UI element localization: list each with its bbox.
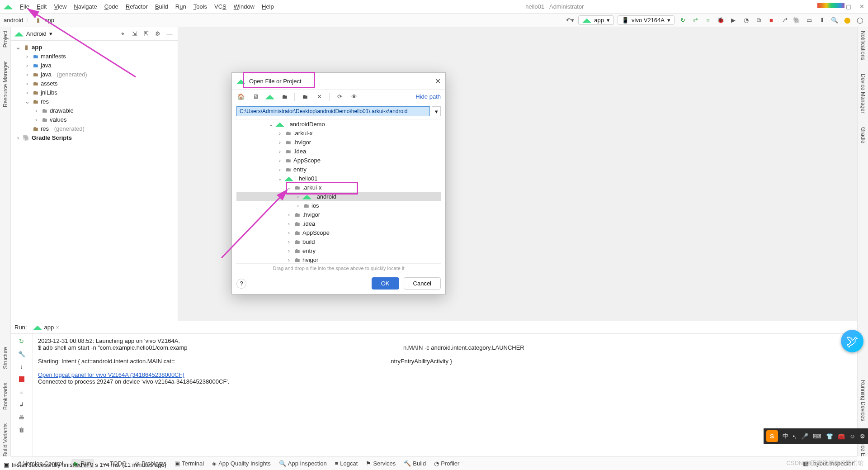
right-tab-notifications[interactable]: Notifications [860,31,866,60]
ime-lang-indicator[interactable]: 中 [783,432,788,440]
left-tab-project[interactable]: Project [2,31,9,47]
expand-all-icon[interactable]: ⇲ [130,29,139,38]
dialog-file-tree[interactable]: ⌄◢◣ androidDemo ›🖿.arkui-x ›🖿.hvigor ›🖿.… [236,119,441,264]
menu-window[interactable]: Window [230,0,258,13]
trash-icon[interactable]: 🗑 [17,425,26,434]
tab-app-quality[interactable]: ◈App Quality Insights [212,460,271,467]
ime-skin-icon[interactable]: 👕 [826,433,833,440]
menu-help[interactable]: Help [258,0,278,13]
chevron-down-icon[interactable]: ▾ [49,30,52,37]
show-hidden-icon[interactable]: 👁 [349,92,359,101]
refresh-icon[interactable]: ⟳ [335,92,344,101]
open-logcat-link[interactable]: Open logcat panel for vivo V2164A (34186… [38,371,184,378]
project-view-selector[interactable]: Android [26,30,47,37]
tree-node-res[interactable]: res [41,98,49,105]
run-down-icon[interactable]: ↓ [17,362,26,371]
avd-manager-icon[interactable]: ▭ [805,16,814,25]
ide-updates-icon[interactable]: ⬤ [843,16,852,25]
profile-icon[interactable]: ◔ [741,16,750,25]
tab-logcat[interactable]: ≡Logcat [335,460,358,467]
breadcrumb[interactable]: android 〉 ▮ app [4,16,54,24]
ime-face-icon[interactable]: ☺ [849,433,855,440]
menu-build[interactable]: Build [151,0,172,13]
rerun-icon[interactable]: ↻ [17,337,26,346]
left-tab-structure[interactable]: Structure [2,347,9,369]
left-tab-bookmarks[interactable]: Bookmarks [2,383,9,410]
maximize-icon[interactable]: ▢ [846,3,851,10]
cancel-button[interactable]: Cancel [404,277,441,290]
select-opened-file-icon[interactable]: ⌖ [118,29,127,38]
right-tab-gradle[interactable]: Gradle [860,127,866,143]
ime-mic-icon[interactable]: 🎤 [801,433,808,440]
dialog-close-icon[interactable]: ✕ [435,77,441,85]
run-output[interactable]: 2023-12-31 00:08:52: Launching app on 'v… [33,334,857,456]
tab-profiler[interactable]: ◔Profiler [434,460,459,467]
back-arrow-icon[interactable]: ↶▾ [566,16,575,25]
run-tab-app[interactable]: ◢◣ app × [30,324,61,331]
help-icon[interactable]: ? [236,279,246,289]
ime-keyboard-icon[interactable]: ⌨ [813,433,821,440]
path-input[interactable] [236,106,430,116]
menu-tools[interactable]: Tools [190,0,211,13]
menu-run[interactable]: Run [172,0,190,13]
tree-node-jnilibs[interactable]: jniLibs [41,89,57,96]
tree-node-assets[interactable]: assets [41,80,58,87]
tree-node-app[interactable]: app [32,44,42,51]
menu-edit[interactable]: Edit [33,0,50,13]
sync-gradle-icon[interactable]: 🐘 [792,16,801,25]
collapse-all-icon[interactable]: ⇱ [142,29,151,38]
hide-pane-icon[interactable]: — [165,29,174,38]
sogou-ime-icon[interactable]: S [766,430,778,442]
ime-settings-icon[interactable]: ⚙ [860,433,865,440]
desktop-icon[interactable]: 🖥 [251,92,260,101]
tab-services[interactable]: ⚑Services [366,460,396,467]
module-path-icon[interactable]: 🖿 [280,92,289,101]
tab-terminal[interactable]: ▣Terminal [175,460,204,467]
close-tab-icon[interactable]: × [56,324,59,331]
search-everywhere-icon[interactable]: 🔍 [830,16,839,25]
device-selector[interactable]: 📱 vivo V2164A ▾ [618,15,675,25]
print-icon[interactable]: 🖶 [17,413,26,422]
bird-assistant-icon[interactable]: 🕊 [841,330,863,352]
apply-changes-icon[interactable]: ⇄ [691,16,700,25]
menu-code[interactable]: Code [101,0,122,13]
hide-path-link[interactable]: Hide path [415,93,441,100]
delete-icon[interactable]: ✕ [315,92,324,101]
menu-navigate[interactable]: Navigate [70,0,100,13]
tree-node-values[interactable]: values [50,116,67,123]
close-icon[interactable]: ✕ [859,3,864,10]
tree-node-res-gen[interactable]: res [41,125,49,132]
left-tab-resource-manager[interactable]: Resource Manager [2,61,9,107]
debug-icon[interactable]: 🐞 [716,16,725,25]
attach-debugger-icon[interactable]: ⧉ [754,16,763,25]
ime-toolbox-icon[interactable]: 🧰 [838,433,845,440]
layout-icon[interactable]: ≡ [17,387,26,396]
ok-button[interactable]: OK [372,277,399,290]
pane-settings-icon[interactable]: ⚙ [153,29,162,38]
new-folder-icon[interactable]: 🖿 [300,92,309,101]
account-icon[interactable]: ◯ [855,16,864,25]
coverage-icon[interactable]: ▶ [729,16,738,25]
tree-node-drawable[interactable]: drawable [50,107,74,114]
run-icon[interactable]: ↻ [678,16,687,25]
menu-vcs[interactable]: VCS [211,0,230,13]
run-settings-icon[interactable]: 🔧 [17,349,26,358]
ime-punct-icon[interactable]: •, [793,433,797,440]
right-tab-device-manager[interactable]: Device Manager [860,74,866,113]
tree-node-gradle-scripts[interactable]: Gradle Scripts [32,134,72,141]
path-dropdown-icon[interactable]: ▾ [432,106,441,116]
right-tab-running-devices[interactable]: Running Devices [860,380,866,421]
stop-icon[interactable] [17,375,26,384]
menu-file[interactable]: File [16,0,33,13]
tree-node-manifests[interactable]: manifests [41,53,66,60]
git-branch-icon[interactable]: ⎇ [779,16,788,25]
project-icon[interactable]: ◢◣ [265,92,274,101]
tree-node-java[interactable]: java [41,62,52,69]
stop-icon[interactable]: ■ [767,16,776,25]
tab-app-inspection[interactable]: 🔍App Inspection [279,460,327,467]
left-tab-build-variants[interactable]: Build Variants [2,423,9,456]
tree-node-java-gen[interactable]: java [41,71,52,78]
apply-code-icon[interactable]: ≡ [703,16,712,25]
menu-refactor[interactable]: Refactor [122,0,151,13]
home-icon[interactable]: 🏠 [236,92,245,101]
